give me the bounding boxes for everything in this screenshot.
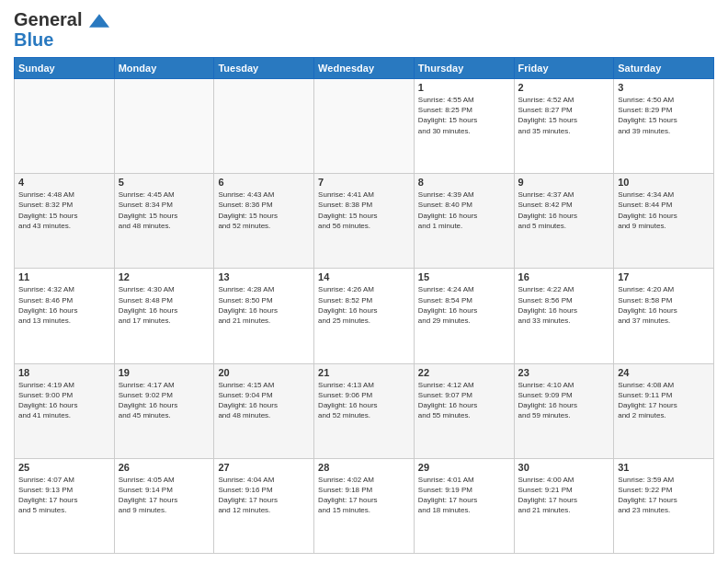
calendar-cell: 3Sunrise: 4:50 AM Sunset: 8:29 PM Daylig… [614,79,714,174]
calendar-week-5: 25Sunrise: 4:07 AM Sunset: 9:13 PM Dayli… [15,458,714,553]
day-number: 11 [18,271,110,282]
calendar-cell: 25Sunrise: 4:07 AM Sunset: 9:13 PM Dayli… [15,458,115,553]
day-number: 14 [318,271,410,282]
day-info: Sunrise: 4:13 AM Sunset: 9:06 PM Dayligh… [318,380,410,421]
calendar-cell: 29Sunrise: 4:01 AM Sunset: 9:19 PM Dayli… [414,458,514,553]
calendar-cell: 26Sunrise: 4:05 AM Sunset: 9:14 PM Dayli… [114,458,214,553]
day-info: Sunrise: 4:43 AM Sunset: 8:36 PM Dayligh… [218,190,310,231]
day-info: Sunrise: 4:02 AM Sunset: 9:18 PM Dayligh… [318,475,410,516]
calendar-cell: 19Sunrise: 4:17 AM Sunset: 9:02 PM Dayli… [114,363,214,458]
day-number: 22 [418,367,510,378]
day-number: 27 [218,462,310,473]
day-info: Sunrise: 4:55 AM Sunset: 8:25 PM Dayligh… [418,95,510,136]
calendar-cell: 9Sunrise: 4:37 AM Sunset: 8:42 PM Daylig… [514,174,614,269]
day-info: Sunrise: 4:50 AM Sunset: 8:29 PM Dayligh… [618,95,710,136]
day-info: Sunrise: 4:32 AM Sunset: 8:46 PM Dayligh… [18,284,110,326]
day-info: Sunrise: 4:00 AM Sunset: 9:21 PM Dayligh… [518,475,610,516]
calendar-cell: 7Sunrise: 4:41 AM Sunset: 8:38 PM Daylig… [314,174,415,269]
calendar-cell: 18Sunrise: 4:19 AM Sunset: 9:00 PM Dayli… [15,363,115,458]
day-number: 2 [518,82,610,93]
day-number: 21 [318,367,410,378]
logo-blue: Blue [14,29,53,50]
calendar-cell: 8Sunrise: 4:39 AM Sunset: 8:40 PM Daylig… [414,174,514,269]
day-info: Sunrise: 4:34 AM Sunset: 8:44 PM Dayligh… [618,190,710,231]
calendar-cell: 31Sunrise: 3:59 AM Sunset: 9:22 PM Dayli… [614,458,714,553]
day-info: Sunrise: 4:15 AM Sunset: 9:04 PM Dayligh… [218,380,310,421]
calendar-header-row: SundayMondayTuesdayWednesdayThursdayFrid… [15,58,714,79]
page: General Blue SundayMondayTuesdayWednesda… [0,0,728,563]
day-number: 20 [218,367,310,378]
column-header-wednesday: Wednesday [314,58,415,79]
day-info: Sunrise: 4:22 AM Sunset: 8:56 PM Dayligh… [518,284,610,326]
day-info: Sunrise: 4:08 AM Sunset: 9:11 PM Dayligh… [618,380,710,421]
day-info: Sunrise: 4:05 AM Sunset: 9:14 PM Dayligh… [119,475,210,516]
day-number: 4 [18,177,110,188]
calendar-cell: 2Sunrise: 4:52 AM Sunset: 8:27 PM Daylig… [514,79,614,174]
calendar-cell: 23Sunrise: 4:10 AM Sunset: 9:09 PM Dayli… [514,363,614,458]
calendar-cell: 16Sunrise: 4:22 AM Sunset: 8:56 PM Dayli… [514,269,614,363]
logo: General Blue [14,9,109,50]
logo-general: General [14,9,82,29]
day-number: 17 [618,271,710,282]
day-number: 23 [518,367,610,378]
calendar-cell: 1Sunrise: 4:55 AM Sunset: 8:25 PM Daylig… [414,79,514,174]
calendar-week-2: 4Sunrise: 4:48 AM Sunset: 8:32 PM Daylig… [15,174,714,269]
day-number: 3 [618,82,710,93]
calendar-cell: 27Sunrise: 4:04 AM Sunset: 9:16 PM Dayli… [214,458,314,553]
day-info: Sunrise: 4:17 AM Sunset: 9:02 PM Dayligh… [119,380,210,421]
day-number: 9 [518,177,610,188]
day-info: Sunrise: 4:20 AM Sunset: 8:58 PM Dayligh… [618,284,710,326]
calendar-cell: 13Sunrise: 4:28 AM Sunset: 8:50 PM Dayli… [214,269,314,363]
calendar-cell [114,79,214,174]
day-info: Sunrise: 4:28 AM Sunset: 8:50 PM Dayligh… [218,284,310,326]
calendar-week-4: 18Sunrise: 4:19 AM Sunset: 9:00 PM Dayli… [15,363,714,458]
calendar-cell: 28Sunrise: 4:02 AM Sunset: 9:18 PM Dayli… [314,458,415,553]
day-number: 5 [119,177,210,188]
column-header-saturday: Saturday [614,58,714,79]
day-number: 12 [119,271,210,282]
day-number: 16 [518,271,610,282]
day-info: Sunrise: 4:41 AM Sunset: 8:38 PM Dayligh… [318,190,410,231]
svg-marker-0 [89,14,109,28]
day-info: Sunrise: 4:10 AM Sunset: 9:09 PM Dayligh… [518,380,610,421]
day-info: Sunrise: 3:59 AM Sunset: 9:22 PM Dayligh… [618,475,710,516]
day-number: 24 [618,367,710,378]
day-info: Sunrise: 4:04 AM Sunset: 9:16 PM Dayligh… [218,475,310,516]
day-info: Sunrise: 4:26 AM Sunset: 8:52 PM Dayligh… [318,284,410,326]
calendar-cell: 12Sunrise: 4:30 AM Sunset: 8:48 PM Dayli… [114,269,214,363]
column-header-monday: Monday [114,58,214,79]
day-info: Sunrise: 4:48 AM Sunset: 8:32 PM Dayligh… [18,190,110,231]
day-number: 28 [318,462,410,473]
calendar-cell: 22Sunrise: 4:12 AM Sunset: 9:07 PM Dayli… [414,363,514,458]
day-info: Sunrise: 4:24 AM Sunset: 8:54 PM Dayligh… [418,284,510,326]
header: General Blue [14,9,714,50]
day-number: 6 [218,177,310,188]
calendar-cell: 21Sunrise: 4:13 AM Sunset: 9:06 PM Dayli… [314,363,415,458]
day-info: Sunrise: 4:12 AM Sunset: 9:07 PM Dayligh… [418,380,510,421]
calendar-cell: 24Sunrise: 4:08 AM Sunset: 9:11 PM Dayli… [614,363,714,458]
day-number: 15 [418,271,510,282]
day-info: Sunrise: 4:30 AM Sunset: 8:48 PM Dayligh… [119,284,210,326]
day-info: Sunrise: 4:07 AM Sunset: 9:13 PM Dayligh… [18,475,110,516]
calendar-cell: 14Sunrise: 4:26 AM Sunset: 8:52 PM Dayli… [314,269,415,363]
calendar-week-1: 1Sunrise: 4:55 AM Sunset: 8:25 PM Daylig… [15,79,714,174]
calendar-cell [314,79,415,174]
column-header-sunday: Sunday [15,58,115,79]
day-number: 10 [618,177,710,188]
day-number: 31 [618,462,710,473]
day-number: 29 [418,462,510,473]
calendar-cell: 10Sunrise: 4:34 AM Sunset: 8:44 PM Dayli… [614,174,714,269]
calendar-week-3: 11Sunrise: 4:32 AM Sunset: 8:46 PM Dayli… [15,269,714,363]
day-info: Sunrise: 4:45 AM Sunset: 8:34 PM Dayligh… [119,190,210,231]
calendar-cell [214,79,314,174]
day-info: Sunrise: 4:39 AM Sunset: 8:40 PM Dayligh… [418,190,510,231]
calendar-cell: 4Sunrise: 4:48 AM Sunset: 8:32 PM Daylig… [15,174,115,269]
day-info: Sunrise: 4:01 AM Sunset: 9:19 PM Dayligh… [418,475,510,516]
day-number: 7 [318,177,410,188]
day-number: 1 [418,82,510,93]
calendar-cell: 5Sunrise: 4:45 AM Sunset: 8:34 PM Daylig… [114,174,214,269]
calendar-cell: 20Sunrise: 4:15 AM Sunset: 9:04 PM Dayli… [214,363,314,458]
day-info: Sunrise: 4:19 AM Sunset: 9:00 PM Dayligh… [18,380,110,421]
calendar-cell: 6Sunrise: 4:43 AM Sunset: 8:36 PM Daylig… [214,174,314,269]
column-header-thursday: Thursday [414,58,514,79]
